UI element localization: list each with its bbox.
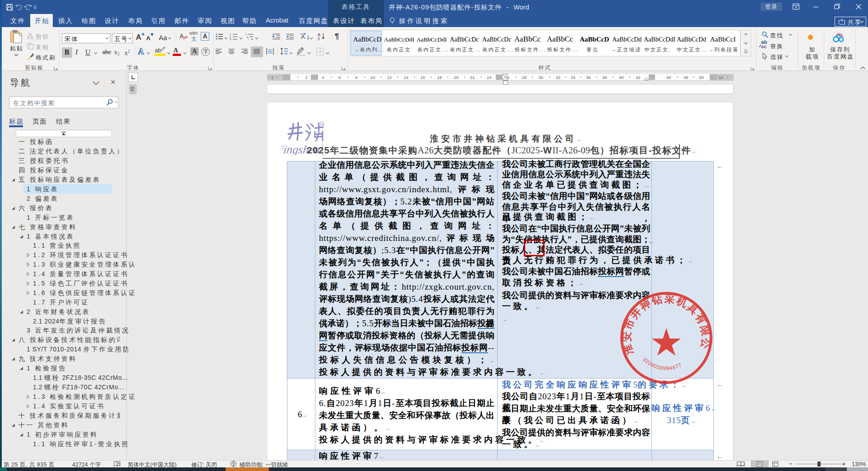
svg-text:52: 52 xyxy=(719,75,724,80)
svg-text:30: 30 xyxy=(539,75,544,80)
svg-text:4: 4 xyxy=(322,75,324,80)
svg-text:22: 22 xyxy=(470,75,475,80)
svg-text:10: 10 xyxy=(370,75,375,80)
svg-text:8: 8 xyxy=(355,75,357,80)
svg-text:48: 48 xyxy=(683,75,688,80)
svg-text:46: 46 xyxy=(666,75,671,80)
svg-text:2: 2 xyxy=(271,75,273,80)
svg-text:2: 2 xyxy=(305,75,307,80)
svg-text:3208030994677: 3208030994677 xyxy=(642,356,683,371)
svg-text:16: 16 xyxy=(420,75,425,80)
svg-text:32: 32 xyxy=(556,75,561,80)
svg-text:R: R xyxy=(320,123,322,126)
svg-text:34: 34 xyxy=(571,75,576,80)
svg-text:i: i xyxy=(248,38,249,40)
svg-text:36: 36 xyxy=(586,75,591,80)
svg-text:38: 38 xyxy=(602,75,607,80)
svg-text:20: 20 xyxy=(454,75,459,80)
svg-text:6: 6 xyxy=(338,75,341,80)
svg-text:24: 24 xyxy=(487,75,492,80)
svg-text:3: 3 xyxy=(230,38,231,40)
svg-text:40: 40 xyxy=(619,75,624,80)
svg-text:50: 50 xyxy=(699,75,704,80)
svg-text:Z: Z xyxy=(318,37,320,40)
svg-text:12: 12 xyxy=(387,75,392,80)
svg-text:28: 28 xyxy=(522,75,527,80)
svg-text:18: 18 xyxy=(437,75,442,80)
svg-text:42: 42 xyxy=(636,75,641,80)
svg-text:14: 14 xyxy=(404,75,409,80)
